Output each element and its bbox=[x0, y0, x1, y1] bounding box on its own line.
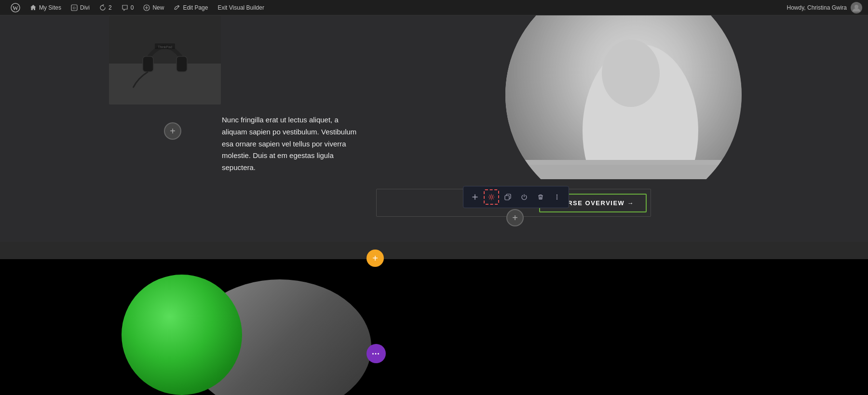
my-sites-item[interactable]: My Sites bbox=[25, 0, 66, 15]
revision-count: 2 bbox=[108, 4, 112, 11]
svg-point-18 bbox=[490, 196, 493, 198]
more-options-icon: ••• bbox=[372, 351, 380, 356]
toolbar-more-icon bbox=[554, 194, 560, 200]
svg-rect-20 bbox=[505, 196, 509, 200]
add-icon-below: + bbox=[512, 212, 518, 224]
comments-count: 0 bbox=[131, 4, 134, 11]
add-module-button-left[interactable]: + bbox=[164, 122, 181, 140]
revisions-icon bbox=[99, 4, 106, 11]
body-text-block: Nunc fringilla erat ut lectus aliquet, a… bbox=[222, 114, 357, 174]
revisions-item[interactable]: 2 bbox=[95, 0, 117, 15]
home-icon bbox=[30, 4, 37, 11]
divi-icon: D bbox=[71, 4, 78, 11]
add-section-icon: + bbox=[372, 253, 378, 264]
edit-icon bbox=[174, 4, 180, 11]
top-section: ThinkPad Nunc fringilla erat ut lectus a… bbox=[0, 15, 868, 242]
new-item[interactable]: New bbox=[138, 0, 169, 15]
svg-text:ThinkPad: ThinkPad bbox=[158, 45, 172, 49]
bottom-section: ••• bbox=[0, 259, 868, 395]
exit-builder-item[interactable]: Exit Visual Builder bbox=[213, 0, 269, 15]
svg-point-21 bbox=[556, 195, 557, 196]
svg-text:D: D bbox=[73, 6, 76, 10]
add-icon-left: + bbox=[170, 126, 176, 137]
user-avatar[interactable] bbox=[851, 2, 862, 13]
edit-page-item[interactable]: Edit Page bbox=[169, 0, 213, 15]
toolbar-plus-icon bbox=[472, 194, 478, 200]
avatar-icon bbox=[852, 3, 861, 13]
toolbar-power-icon bbox=[521, 194, 528, 200]
svg-rect-8 bbox=[143, 56, 153, 72]
module-toolbar bbox=[463, 186, 569, 208]
svg-rect-7 bbox=[109, 64, 221, 105]
more-options-button[interactable]: ••• bbox=[366, 344, 386, 363]
my-sites-label: My Sites bbox=[39, 4, 61, 11]
person-image-graphic bbox=[505, 15, 742, 179]
admin-bar: W My Sites D Divi 2 0 New bbox=[0, 0, 868, 15]
svg-point-22 bbox=[556, 197, 557, 198]
comments-item[interactable]: 0 bbox=[117, 0, 139, 15]
toolbar-duplicate-button[interactable] bbox=[500, 189, 515, 205]
svg-rect-9 bbox=[176, 56, 187, 72]
toolbar-disable-button[interactable] bbox=[516, 189, 532, 205]
headphone-image: ThinkPad bbox=[109, 15, 221, 105]
add-section-button-wrapper: + bbox=[366, 250, 384, 267]
headphone-graphic: ThinkPad bbox=[109, 15, 221, 105]
circle-image-container bbox=[496, 15, 751, 179]
body-text: Nunc fringilla erat ut lectus aliquet, a… bbox=[222, 114, 357, 174]
toolbar-delete-icon bbox=[537, 194, 544, 200]
green-circle-decoration bbox=[122, 275, 242, 395]
toolbar-delete-button[interactable] bbox=[533, 189, 548, 205]
toolbar-add-button[interactable] bbox=[467, 189, 483, 205]
toolbar-settings-icon bbox=[488, 194, 495, 200]
wordpress-icon: W bbox=[11, 3, 20, 13]
edit-page-label: Edit Page bbox=[183, 4, 208, 11]
svg-rect-17 bbox=[505, 15, 742, 165]
toolbar-duplicate-icon bbox=[504, 194, 511, 200]
admin-bar-right: Howdy, Christina Gwira bbox=[787, 2, 862, 13]
new-label: New bbox=[152, 4, 164, 11]
svg-text:W: W bbox=[13, 5, 18, 12]
divi-item[interactable]: D Divi bbox=[66, 0, 95, 15]
wordpress-logo-item[interactable]: W bbox=[6, 0, 25, 15]
comments-icon bbox=[122, 4, 128, 11]
new-plus-icon bbox=[143, 4, 150, 11]
svg-point-5 bbox=[854, 5, 858, 9]
add-section-button[interactable]: + bbox=[366, 250, 384, 267]
exit-builder-label: Exit Visual Builder bbox=[217, 4, 264, 11]
main-content: ThinkPad Nunc fringilla erat ut lectus a… bbox=[0, 15, 868, 395]
toolbar-more-button[interactable] bbox=[549, 189, 565, 205]
toolbar-settings-button[interactable] bbox=[484, 189, 499, 205]
add-module-button-below[interactable]: + bbox=[506, 209, 524, 226]
divi-label: Divi bbox=[80, 4, 90, 11]
circle-image bbox=[505, 15, 742, 179]
svg-point-23 bbox=[556, 198, 557, 199]
user-greeting: Howdy, Christina Gwira bbox=[787, 4, 847, 11]
